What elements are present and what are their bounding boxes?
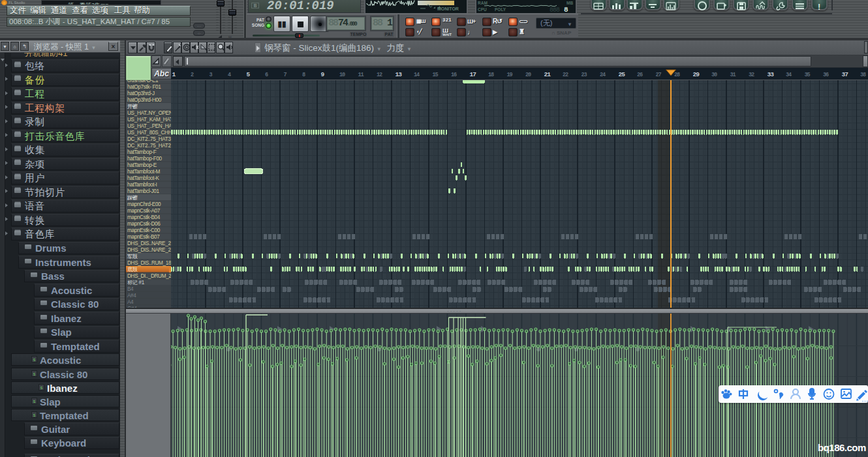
svg-text:B4: B4	[127, 286, 134, 292]
svg-text:25: 25	[619, 71, 626, 78]
svg-text:13: 13	[395, 71, 403, 78]
svg-text:DC_KIT2..75_HAT3: DC_KIT2..75_HAT3	[127, 136, 171, 142]
svg-text:17: 17	[470, 71, 477, 78]
svg-text:33: 33	[767, 71, 775, 78]
svg-text:踩镲: 踩镲	[127, 195, 138, 201]
svg-text:16: 16	[451, 72, 457, 78]
svg-text:crushstk-D-E1: crushstk-D-E1	[127, 80, 159, 83]
svg-text:hatOp7stk- F01: hatOp7stk- F01	[127, 84, 161, 90]
svg-text:8: 8	[564, 6, 568, 13]
svg-text:hatTambop-E: hatTambop-E	[127, 162, 157, 168]
svg-text:26: 26	[637, 72, 643, 78]
svg-text:US_HAT_KAM_HAT: US_HAT_KAM_HAT	[127, 117, 171, 123]
svg-text:US_HAT..NY_OPEN: US_HAT..NY_OPEN	[127, 110, 171, 116]
svg-text:31: 31	[730, 72, 736, 78]
svg-text:22: 22	[563, 72, 568, 78]
svg-text:底鼓: 底鼓	[127, 267, 138, 273]
svg-text:hatTambop-F00: hatTambop-F00	[127, 156, 163, 162]
svg-text:23: 23	[581, 72, 587, 78]
svg-text:CPU: CPU	[478, 7, 487, 12]
svg-text:12: 12	[377, 72, 382, 78]
svg-text:MONITOR: MONITOR	[437, 7, 459, 11]
svg-text:mapnCstk-A07: mapnCstk-A07	[127, 208, 161, 214]
svg-text:RAM: RAM	[478, 1, 488, 5]
svg-text:35: 35	[805, 72, 811, 78]
svg-text:hatOp3hrd-J: hatOp3hrd-J	[127, 91, 155, 96]
svg-text:27: 27	[656, 72, 662, 78]
svg-text:38: 38	[860, 72, 866, 78]
svg-text:A4: A4	[127, 299, 134, 305]
svg-text:hatTambfoot-I: hatTambfoot-I	[127, 182, 157, 188]
svg-text:!: !	[818, 2, 820, 12]
svg-text:32: 32	[749, 72, 754, 78]
svg-text:mapnCstk-B04: mapnCstk-B04	[127, 214, 161, 220]
svg-text:36: 36	[823, 72, 829, 78]
svg-text:US_HAT_..PEN_HAT: US_HAT_..PEN_HAT	[127, 123, 171, 129]
svg-text:28: 28	[674, 72, 680, 78]
svg-text:mapnEstk-B07: mapnEstk-B07	[127, 234, 160, 240]
svg-text:军鼓: 军鼓	[127, 254, 138, 259]
svg-text:DC_KIT2..75_HAT2: DC_KIT2..75_HAT2	[127, 143, 171, 149]
svg-text:hatTambcl-J01: hatTambcl-J01	[127, 188, 159, 194]
svg-text:34: 34	[786, 72, 792, 78]
svg-text:18: 18	[488, 72, 494, 78]
svg-text:MB: MB	[566, 1, 573, 5]
svg-text:开镲: 开镲	[127, 104, 138, 110]
svg-text:24: 24	[600, 72, 606, 78]
svg-text:标记 #1: 标记 #1	[127, 280, 145, 286]
svg-text:37: 37	[842, 71, 849, 78]
svg-text:11: 11	[358, 72, 364, 78]
svg-text:A#4: A#4	[127, 293, 136, 299]
svg-text:POLY: POLY	[495, 7, 506, 12]
svg-text:DHS_DIS..RUM_18: DHS_DIS..RUM_18	[127, 260, 171, 266]
svg-text:mapnChrd-E00: mapnChrd-E00	[127, 201, 161, 207]
svg-text:DHS_DIS..NARE_23: DHS_DIS..NARE_23	[127, 247, 171, 253]
svg-text:hatOp3hrd-H00: hatOp3hrd-H00	[127, 97, 162, 103]
svg-text:10: 10	[339, 72, 345, 78]
svg-text:hatTambfoot-K: hatTambfoot-K	[127, 175, 160, 181]
svg-text:29: 29	[693, 71, 700, 78]
svg-text:hatTambfoot-M: hatTambfoot-M	[127, 169, 161, 175]
svg-text:DHS_DIS..NARE_27: DHS_DIS..NARE_27	[127, 241, 171, 246]
svg-text:14: 14	[414, 72, 420, 78]
svg-text:15: 15	[433, 72, 439, 78]
svg-text:US_HAT_80S_CHH: US_HAT_80S_CHH	[127, 130, 171, 136]
svg-text:DHS_DI.._DRUM_2: DHS_DI.._DRUM_2	[127, 273, 171, 279]
svg-text:19: 19	[507, 72, 513, 78]
svg-text:mapnEstk-C00: mapnEstk-C00	[127, 228, 161, 233]
svg-text:888: 888	[550, 7, 560, 13]
svg-text:30: 30	[711, 72, 717, 78]
svg-text:hatTambop-F: hatTambop-F	[127, 149, 157, 155]
svg-text:21: 21	[544, 71, 551, 78]
svg-text:20: 20	[525, 72, 531, 78]
svg-text:mapnCstk-D06: mapnCstk-D06	[127, 221, 161, 227]
